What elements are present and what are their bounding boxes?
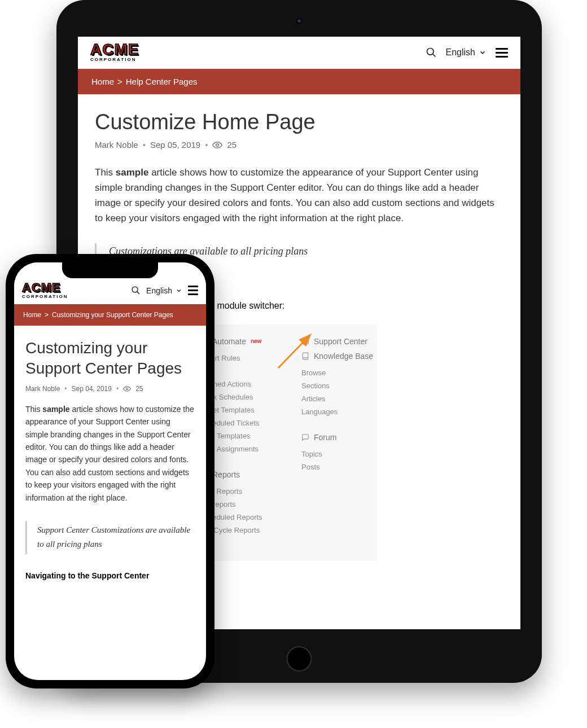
author-name: Mark Noble — [25, 385, 60, 393]
chevron-down-icon — [479, 49, 487, 56]
breadcrumb: Home > Help Center Pages — [78, 69, 520, 94]
menu-button[interactable] — [188, 286, 198, 295]
logo[interactable]: ACME CORPORATION — [22, 283, 68, 299]
view-count: 25 — [227, 140, 236, 150]
page-title: Customize Home Page — [95, 110, 503, 134]
svg-line-8 — [137, 292, 139, 294]
tablet-camera — [296, 18, 302, 24]
svg-line-6 — [278, 336, 309, 368]
svg-point-0 — [427, 49, 433, 55]
breadcrumb-link-section[interactable]: Customizing your Support Center Pages — [52, 311, 173, 319]
logo-word: ACME — [22, 283, 61, 293]
article-body: This sample article shows how to customi… — [95, 165, 503, 226]
article-meta: Mark Noble Sep 04, 2019 25 — [25, 385, 195, 393]
svg-point-9 — [126, 388, 128, 390]
new-badge: new — [251, 338, 261, 344]
meta-separator — [205, 140, 208, 150]
logo[interactable]: ACME CORPORATION — [90, 43, 139, 62]
search-icon[interactable] — [131, 286, 141, 295]
chevron-down-icon — [176, 287, 182, 294]
publish-date: Sep 04, 2019 — [72, 385, 112, 393]
logo-subtitle: CORPORATION — [22, 295, 68, 299]
panel-item[interactable]: Languages — [301, 405, 374, 418]
breadcrumb-link-home[interactable]: Home — [23, 311, 41, 319]
article-meta: Mark Noble Sep 05, 2019 25 — [95, 140, 503, 150]
header-actions: English — [131, 286, 198, 295]
article: Customizing your Support Center Pages Ma… — [14, 326, 206, 593]
breadcrumb: Home > Customizing your Support Center P… — [14, 304, 206, 326]
meta-separator — [116, 385, 119, 393]
meta-separator — [64, 385, 67, 393]
language-label: English — [146, 286, 172, 295]
header-actions: English — [426, 47, 508, 58]
svg-point-7 — [132, 287, 138, 293]
phone-screen: ACME CORPORATION English Home > Customiz… — [14, 262, 206, 680]
annotation-arrow — [275, 331, 315, 371]
phone-device-frame: ACME CORPORATION English Home > Customiz… — [6, 254, 214, 688]
phone-notch — [62, 262, 158, 278]
chat-icon — [301, 433, 309, 441]
panel-item[interactable]: Posts — [301, 461, 374, 473]
meta-separator — [143, 140, 146, 150]
svg-line-1 — [432, 54, 435, 57]
author-name: Mark Noble — [95, 140, 138, 150]
eye-icon — [212, 140, 222, 150]
menu-button[interactable] — [496, 48, 508, 58]
tablet-header: ACME CORPORATION English — [78, 37, 520, 69]
logo-subtitle: CORPORATION — [90, 58, 136, 62]
publish-date: Sep 05, 2019 — [150, 140, 200, 150]
logo-word: ACME — [90, 43, 139, 56]
search-icon[interactable] — [426, 47, 437, 58]
breadcrumb-link-section[interactable]: Help Center Pages — [126, 77, 198, 86]
view-count: 25 — [135, 385, 143, 393]
breadcrumb-separator: > — [117, 77, 122, 86]
panel-list-kb: Browse Sections Articles Languages — [301, 366, 374, 418]
blockquote: Support Center Customizations are availa… — [25, 521, 195, 554]
panel-list-forum: Topics Posts — [301, 448, 374, 473]
breadcrumb-separator: > — [45, 311, 49, 319]
article-body: This sample article shows how to customi… — [25, 403, 195, 504]
section-heading: Navigating to the Support Center — [25, 571, 195, 580]
breadcrumb-link-home[interactable]: Home — [91, 77, 114, 86]
panel-heading-forum: Forum — [301, 433, 374, 442]
language-selector[interactable]: English — [446, 47, 487, 58]
panel-item[interactable]: Articles — [301, 392, 374, 405]
language-selector[interactable]: English — [146, 286, 182, 295]
tablet-home-button[interactable] — [287, 646, 312, 672]
panel-item[interactable]: Topics — [301, 448, 374, 461]
svg-point-2 — [216, 144, 219, 147]
language-label: English — [446, 47, 475, 58]
page-title: Customizing your Support Center Pages — [25, 338, 195, 379]
eye-icon — [123, 385, 131, 393]
panel-item[interactable]: Sections — [301, 379, 374, 392]
